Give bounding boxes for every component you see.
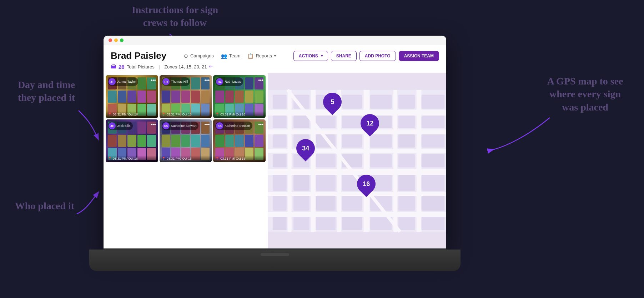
svg-rect-51 — [342, 196, 362, 211]
svg-rect-47 — [422, 175, 445, 191]
annotation-right: A GPS map to see where every sign was pl… — [537, 75, 633, 114]
edit-icon[interactable]: ✏ — [209, 64, 212, 69]
photo-timestamp-1: 📍03:31 PM/ Oct 16 — [162, 113, 210, 116]
photo-card-0[interactable]: JTJames Taylor•••📍03:31 PM/ Oct 16 — [106, 75, 158, 118]
user-name-2: Ruth Lucas — [225, 80, 241, 83]
photo-card-3[interactable]: JEJack Ellis•••📍03:31 PM/ Oct 16 — [106, 119, 158, 162]
location-icon-2: 📍 — [215, 113, 219, 116]
user-avatar-5: KS — [216, 122, 223, 129]
share-button[interactable]: SHARE — [331, 51, 357, 61]
photo-timestamp-4: 📍03:31 PM/ Oct 16 — [162, 157, 210, 160]
svg-rect-23 — [342, 115, 362, 128]
photo-card-2[interactable]: RLRuth Lucas•••📍03:31 PM/ Oct 16 — [213, 75, 266, 118]
svg-rect-38 — [370, 154, 392, 167]
user-name-0: James Taylor — [117, 80, 136, 83]
user-avatar-2: RL — [216, 78, 223, 85]
svg-rect-33 — [422, 134, 445, 148]
photo-user-badge-1: THThomas Hill — [162, 77, 190, 86]
svg-rect-13 — [273, 95, 287, 109]
user-avatar-4: KS — [162, 122, 170, 129]
nav-team[interactable]: 👥 Team — [221, 53, 241, 59]
main-layout: JTJames Taylor•••📍03:31 PM/ Oct 16THThom… — [104, 73, 446, 248]
photo-overlay-1: 📍03:31 PM/ Oct 16 — [160, 111, 212, 118]
svg-rect-7 — [288, 90, 292, 232]
svg-rect-42 — [293, 175, 309, 191]
svg-rect-18 — [398, 95, 415, 109]
svg-rect-17 — [370, 95, 392, 109]
assign-team-button[interactable]: ASSIGN TEAM — [399, 51, 439, 61]
photo-menu-1[interactable]: ••• — [205, 77, 210, 83]
header-subtitle: 🏔 28 Total Pictures | Zones 14, 15, 20, … — [111, 63, 439, 70]
header-nav: ⊙ Campaigns 👥 Team 📋 Reports ▾ — [184, 53, 276, 59]
svg-rect-26 — [422, 115, 445, 128]
map-svg — [268, 73, 446, 248]
location-icon-1: 📍 — [162, 113, 166, 116]
photo-menu-5[interactable]: ••• — [258, 122, 263, 127]
photo-overlay-3: 📍03:31 PM/ Oct 16 — [106, 155, 158, 162]
annotation-left-bottom: Who placed it — [4, 200, 86, 212]
svg-rect-46 — [398, 175, 415, 191]
photo-timestamp-0: 📍03:31 PM/ Oct 16 — [108, 113, 156, 116]
svg-rect-10 — [364, 90, 370, 232]
photo-card-5[interactable]: KSKatherine Stewart•••📍03:31 PM/ Oct 16 — [213, 119, 266, 162]
annotation-top: Instructions for sign crews to follow — [114, 4, 236, 30]
chevron-down-icon: ▾ — [321, 54, 323, 58]
nav-campaigns[interactable]: ⊙ Campaigns — [184, 53, 214, 59]
actions-button[interactable]: ACTIONS ▾ — [293, 51, 328, 61]
location-icon-3: 📍 — [108, 157, 112, 160]
photo-overlay-5: 📍03:31 PM/ Oct 16 — [213, 155, 266, 162]
photo-card-1[interactable]: THThomas Hill•••📍03:31 PM/ Oct 16 — [160, 75, 212, 118]
svg-rect-58 — [342, 217, 362, 230]
photo-card-4[interactable]: KSKatherine Stewart•••📍03:31 PM/ Oct 16 — [160, 119, 212, 162]
photo-overlay-2: 📍03:31 PM/ Oct 16 — [213, 111, 266, 118]
window-chrome — [104, 36, 446, 45]
map-marker-34[interactable]: 34 — [296, 139, 315, 158]
user-avatar-1: TH — [162, 78, 170, 85]
svg-rect-39 — [398, 154, 415, 167]
photo-user-badge-5: KSKatherine Stewart — [215, 122, 252, 130]
svg-rect-61 — [422, 217, 445, 230]
map-marker-5[interactable]: 5 — [323, 93, 342, 111]
svg-rect-53 — [398, 196, 415, 211]
svg-rect-36 — [316, 154, 336, 167]
marker-bubble-12: 12 — [357, 110, 383, 137]
tl-green[interactable] — [120, 38, 124, 42]
total-pictures: 🏔 28 Total Pictures — [111, 63, 155, 70]
photo-menu-3[interactable]: ••• — [151, 122, 156, 127]
svg-rect-27 — [273, 134, 287, 148]
svg-rect-30 — [342, 134, 362, 148]
mountain-icon: 🏔 — [111, 63, 116, 70]
svg-rect-34 — [273, 154, 287, 167]
svg-rect-16 — [342, 95, 362, 109]
svg-rect-11 — [393, 90, 397, 232]
header-actions: ACTIONS ▾ SHARE ADD PHOTO ASSIGN TEAM — [293, 51, 439, 61]
svg-rect-8 — [311, 90, 316, 232]
user-name-5: Katherine Stewart — [225, 124, 250, 128]
svg-rect-43 — [316, 175, 336, 191]
photo-menu-2[interactable]: ••• — [258, 77, 263, 83]
team-icon: 👥 — [221, 53, 227, 59]
marker-bubble-34: 34 — [292, 135, 319, 161]
svg-rect-48 — [273, 196, 287, 211]
location-icon-0: 📍 — [108, 113, 112, 116]
nav-reports[interactable]: 📋 Reports ▾ — [247, 53, 276, 59]
map-marker-16[interactable]: 16 — [357, 175, 376, 193]
map-marker-12[interactable]: 12 — [361, 114, 379, 133]
location-icon-4: 📍 — [162, 157, 166, 160]
tl-red[interactable] — [109, 38, 112, 42]
laptop-screen: Brad Paisley ⊙ Campaigns 👥 Team 📋 Rep — [104, 36, 446, 250]
add-photo-button[interactable]: ADD PHOTO — [359, 51, 396, 61]
user-name-3: Jack Ellis — [117, 124, 131, 128]
svg-rect-19 — [422, 95, 445, 109]
photo-menu-4[interactable]: ••• — [205, 122, 210, 127]
user-avatar-0: JT — [109, 78, 116, 85]
svg-rect-40 — [422, 154, 445, 167]
campaigns-icon: ⊙ — [184, 53, 188, 59]
photo-timestamp-5: 📍03:31 PM/ Oct 16 — [215, 157, 263, 160]
svg-rect-49 — [293, 196, 309, 211]
photo-grid: JTJames Taylor•••📍03:31 PM/ Oct 16THThom… — [104, 73, 268, 248]
tl-yellow[interactable] — [114, 38, 118, 42]
photo-timestamp-3: 📍03:31 PM/ Oct 16 — [108, 157, 156, 160]
photo-menu-0[interactable]: ••• — [151, 77, 156, 83]
map-area: 5 12 34 16 — [268, 73, 446, 248]
